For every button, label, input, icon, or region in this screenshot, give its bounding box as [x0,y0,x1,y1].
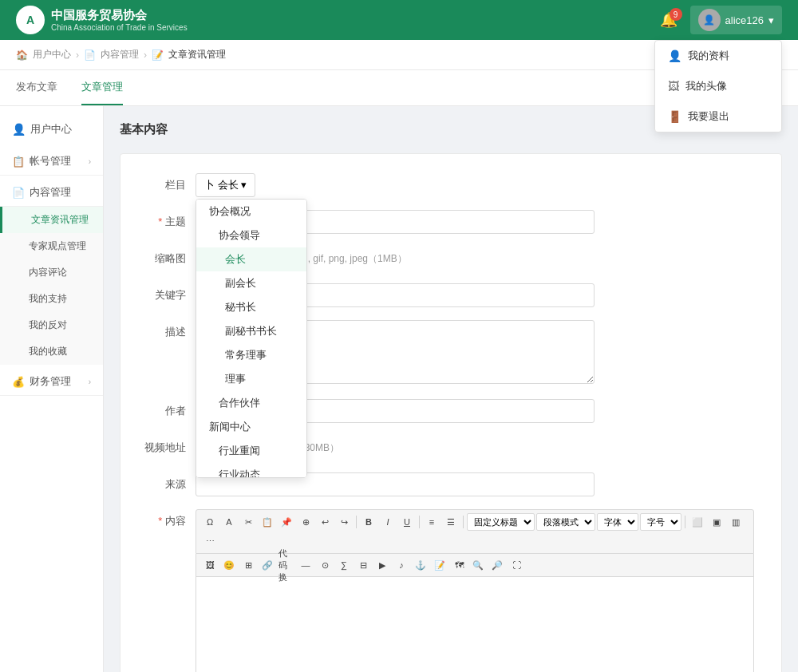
sidebar-group-user-center: 👤 用户中心 [0,114,103,144]
dropdown-item-xhgk[interactable]: 协会概况 [196,200,306,223]
sidebar-group-account: 📋 帐号管理 › [0,148,103,176]
dropdown-item-hyqw[interactable]: 行业重闻 [196,439,306,463]
toolbar-btn-img[interactable]: 🖼 [201,556,219,574]
my-avatar-item[interactable]: 🖼 我的头像 [655,71,781,101]
toolbar-btn-table[interactable]: ⊞ [239,556,257,574]
toolbar-btn-code[interactable]: 代码换 [278,556,295,574]
column-select-button[interactable]: 卜 会长 ▾ [196,173,255,197]
toolbar-btn-underline[interactable]: U [398,513,416,531]
breadcrumb-content-mgmt[interactable]: 内容管理 [101,48,139,61]
user-center-label: 用户中心 [30,122,72,136]
dropdown-item-hz[interactable]: 会长 [196,247,306,271]
toolbar-btn-fullscreen[interactable]: ⛶ [508,556,525,574]
logo-area: A 中国服务贸易协会 China Association of Trade in… [16,6,188,34]
sidebar-item-content[interactable]: 📄 内容管理 [0,179,103,207]
toolbar-select-para[interactable]: 段落模式 [536,513,595,531]
sidebar-item-finance[interactable]: 💰 财务管理 › [0,368,103,396]
column-control: 卜 会长 ▾ 协会概况 协会领导 会长 副会长 秘书长 副秘书书长 常务理事 理… [196,173,595,197]
avatar: 👤 [698,9,721,31]
user-dropdown[interactable]: 👤 alice126 ▾ [690,6,782,34]
toolbar-btn-italic[interactable]: I [379,513,397,531]
finance-label: 财务管理 [30,374,71,389]
toolbar-btn-zoom-out[interactable]: 🔎 [488,556,506,574]
toolbar-btn-bold[interactable]: B [360,513,377,531]
source-label: 来源 [140,472,196,492]
toolbar-btn-copy[interactable]: 📋 [259,513,276,531]
breadcrumb-icon2: 📄 [84,49,96,61]
toolbar-btn-emoji[interactable]: 😊 [220,556,238,574]
toolbar-btn-math[interactable]: ∑ [335,556,353,574]
chevron-right-icon: › [89,157,91,166]
toolbar-sep2 [419,516,420,528]
sidebar-item-my-oppose[interactable]: 我的反对 [0,312,103,338]
toolbar-btn-redo[interactable]: ↪ [335,513,353,531]
dropdown-item-xwzx[interactable]: 新闻中心 [196,415,306,439]
editor-body[interactable] [196,577,754,672]
keywords-label: 关键字 [140,283,196,302]
user-menu: 👤 我的资料 🖼 我的头像 🚪 我要退出 [654,40,782,132]
sidebar-item-article-mgmt[interactable]: 文章资讯管理 [0,207,103,233]
toolbar-btn-cut[interactable]: ✂ [239,513,257,531]
dropdown-item-msz[interactable]: 秘书长 [196,295,306,319]
toolbar-btn-source[interactable]: Ω [201,513,219,531]
logout-item[interactable]: 🚪 我要退出 [655,101,781,132]
dropdown-item-hydt[interactable]: 行业动态 [196,463,306,478]
my-profile-item[interactable]: 👤 我的资料 [655,41,781,71]
breadcrumb-user-center[interactable]: 用户中心 [33,48,71,61]
sidebar-item-my-support[interactable]: 我的支持 [0,286,103,312]
video-label: 视频地址 [140,436,196,455]
dropdown-item-hzhb[interactable]: 合作伙伴 [196,391,306,415]
column-dropdown: 协会概况 协会领导 会长 副会长 秘书长 副秘书书长 常务理事 理事 合作伙伴 … [196,199,307,478]
toolbar-btn-paste2[interactable]: ⊕ [297,513,314,531]
column-label: 栏目 [140,173,196,192]
account-label: 帐号管理 [30,154,71,168]
toolbar-btn-special[interactable]: ⊙ [316,556,334,574]
layout: 👤 用户中心 📋 帐号管理 › 📄 内容管理 文章资讯管理 [0,106,798,672]
toolbar-btn-paste[interactable]: 📌 [278,513,295,531]
toolbar-btn-align-left[interactable]: ⬜ [689,513,706,531]
finance-icon: 💰 [12,376,25,388]
tab-article-mgmt[interactable]: 文章管理 [81,70,123,105]
avatar-icon: 🖼 [668,80,679,93]
column-value: 卜 会长 ▾ [204,178,247,192]
toolbar-btn-page[interactable]: ⊟ [354,556,372,574]
toolbar-btn-more[interactable]: ⋯ [201,532,219,550]
toolbar-select-font[interactable]: 字体 [597,513,638,531]
toolbar-btn-anchor[interactable]: ⚓ [412,556,429,574]
toolbar-btn-video2[interactable]: ▶ [373,556,391,574]
my-avatar-label: 我的头像 [685,79,727,93]
sidebar-item-user-center[interactable]: 👤 用户中心 [0,114,103,144]
bell-button[interactable]: 🔔 9 [660,11,678,29]
toolbar-btn-align-right[interactable]: ▥ [727,513,745,531]
dropdown-item-ls[interactable]: 理事 [196,367,306,391]
breadcrumb-icon: 🏠 [16,49,28,61]
sidebar-item-account[interactable]: 📋 帐号管理 › [0,148,103,176]
toolbar-btn-ol[interactable]: ≡ [423,513,440,531]
sidebar-item-content-comment[interactable]: 内容评论 [0,259,103,286]
logo-icon: A [16,6,45,34]
toolbar-btn-ul[interactable]: ☰ [442,513,460,531]
content-label: 内容管理 [30,185,71,200]
sidebar-item-my-favorites[interactable]: 我的收藏 [0,338,103,365]
toolbar-btn-alpha[interactable]: Α [220,513,238,531]
toolbar-btn-audio[interactable]: ♪ [393,556,410,574]
toolbar-btn-map[interactable]: 🗺 [450,556,468,574]
toolbar-btn-form[interactable]: 📝 [431,556,448,574]
toolbar-select-size[interactable]: 字号 [640,513,681,531]
tab-publish-article[interactable]: 发布文章 [16,70,57,105]
toolbar-select-style[interactable]: 固定义标题 [467,513,535,531]
dropdown-item-fhz[interactable]: 副会长 [196,271,306,295]
toolbar-sep3 [463,516,464,528]
toolbar-btn-align-center[interactable]: ▣ [708,513,725,531]
toolbar-btn-undo[interactable]: ↩ [316,513,334,531]
toolbar-btn-hr[interactable]: — [297,556,314,574]
dropdown-item-xhld[interactable]: 协会领导 [196,223,306,247]
sidebar-item-expert-views[interactable]: 专家观点管理 [0,233,103,259]
logo-text: 中国服务贸易协会 China Association of Trade in S… [51,7,188,34]
dropdown-item-fmsz[interactable]: 副秘书书长 [196,319,306,343]
content-control: Ω Α ✂ 📋 📌 ⊕ ↩ ↪ B I U ≡ ☰ [196,509,754,672]
my-profile-label: 我的资料 [688,49,729,63]
toolbar-btn-zoom-in[interactable]: 🔍 [469,556,487,574]
toolbar-btn-link[interactable]: 🔗 [259,556,276,574]
dropdown-item-cwls[interactable]: 常务理事 [196,343,306,367]
